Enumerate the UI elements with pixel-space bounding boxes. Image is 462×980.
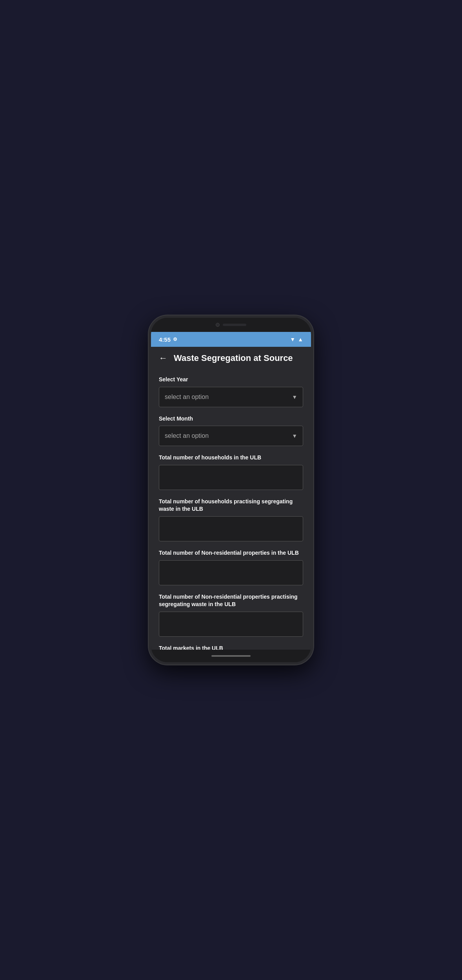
total-households-group: Total number of households in the ULB — [159, 454, 303, 490]
camera — [216, 323, 220, 327]
app-header: ← Waste Segregation at Source — [151, 347, 311, 370]
year-label: Select Year — [159, 376, 303, 384]
back-button[interactable]: ← — [159, 353, 167, 363]
year-field-group: Select Year select an option ▼ — [159, 376, 303, 407]
year-select-placeholder: select an option — [165, 393, 209, 401]
time-display: 4:55 — [159, 336, 171, 343]
phone-frame: 4:55 ⚙ ▼ ▲ ← Waste Segregation at Source… — [149, 315, 313, 665]
speaker — [223, 324, 246, 326]
home-indicator — [211, 655, 251, 657]
wifi-icon: ▼ — [290, 336, 295, 342]
status-icons: ▼ ▲ — [290, 336, 303, 342]
month-select[interactable]: select an option ▼ — [159, 426, 303, 446]
non-residential-segregating-label: Total number of Non-residential properti… — [159, 593, 303, 608]
non-residential-segregating-input[interactable] — [159, 612, 303, 637]
year-select[interactable]: select an option ▼ — [159, 387, 303, 407]
non-residential-segregating-group: Total number of Non-residential properti… — [159, 593, 303, 637]
year-chevron-icon: ▼ — [292, 394, 297, 400]
non-residential-label: Total number of Non-residential properti… — [159, 549, 303, 557]
total-households-label: Total number of households in the ULB — [159, 454, 303, 462]
households-segregating-group: Total number of households practising se… — [159, 498, 303, 541]
bottom-nav — [151, 650, 311, 662]
phone-notch — [151, 318, 311, 332]
side-button — [313, 428, 313, 451]
gear-icon: ⚙ — [173, 337, 177, 342]
total-markets-label: Total markets in the ULB — [159, 645, 303, 650]
signal-icon: ▲ — [298, 336, 303, 342]
form-content: Select Year select an option ▼ Select Mo… — [151, 370, 311, 650]
page-title: Waste Segregation at Source — [174, 353, 293, 363]
non-residential-group: Total number of Non-residential properti… — [159, 549, 303, 585]
households-segregating-input[interactable] — [159, 516, 303, 541]
total-households-input[interactable] — [159, 465, 303, 490]
total-markets-group: Total markets in the ULB — [159, 645, 303, 650]
status-time: 4:55 ⚙ — [159, 336, 177, 343]
status-bar: 4:55 ⚙ ▼ ▲ — [151, 332, 311, 347]
non-residential-input[interactable] — [159, 560, 303, 585]
month-select-placeholder: select an option — [165, 432, 209, 439]
month-chevron-icon: ▼ — [292, 433, 297, 439]
month-field-group: Select Month select an option ▼ — [159, 415, 303, 446]
households-segregating-label: Total number of households practising se… — [159, 498, 303, 513]
month-label: Select Month — [159, 415, 303, 423]
